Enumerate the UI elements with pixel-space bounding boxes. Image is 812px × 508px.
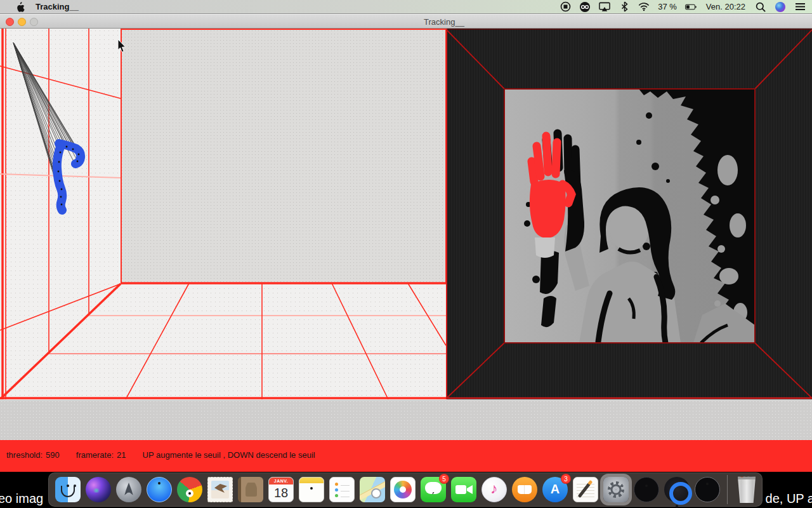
status-bar: threshold:590framerate:21UP augmente le … [0, 440, 812, 472]
minimize-button[interactable] [18, 18, 26, 26]
dock-item-contacts[interactable] [238, 477, 263, 502]
threshold-value: 590 [46, 450, 60, 460]
dock-item-finder[interactable] [55, 477, 81, 502]
desktop: Tracking__ 37 % Ven. 20:22 [0, 0, 812, 508]
dock-item-reminders[interactable] [329, 477, 355, 502]
app-store-badge: 3 [561, 474, 571, 484]
grid-back-wall [121, 29, 446, 283]
dock-item-trash[interactable] [735, 476, 759, 503]
console-text-right: de, UP a [766, 491, 812, 506]
dock-item-siri[interactable] [86, 477, 111, 502]
apple-menu-icon[interactable] [14, 1, 25, 13]
framerate-label: framerate: [76, 450, 114, 460]
dock-item-system-preferences[interactable] [603, 477, 629, 502]
battery-icon[interactable] [685, 1, 697, 13]
threshold-label: threshold: [6, 450, 43, 460]
dock-item-quicktime[interactable] [664, 477, 690, 502]
dock-item-messages[interactable]: 5 [421, 477, 446, 502]
dock-item-chrome[interactable] [177, 477, 202, 502]
dock-item-books[interactable] [512, 477, 537, 502]
console-text-left: eo imag [0, 491, 43, 506]
zoom-button[interactable] [30, 18, 38, 26]
menu-bar: Tracking__ 37 % Ven. 20:22 [0, 0, 812, 14]
menu-clock[interactable]: Ven. 20:22 [706, 2, 745, 11]
window-bottom-strip [0, 399, 812, 440]
window-title: Tracking__ [424, 17, 464, 27]
battery-percent: 37 % [658, 2, 677, 11]
dock: JANV. 18 5 3 [48, 472, 763, 507]
wifi-icon[interactable] [638, 1, 650, 13]
notification-list-icon[interactable] [794, 1, 806, 13]
dock-item-mail[interactable] [207, 477, 233, 502]
dock-item-pages[interactable] [573, 477, 598, 502]
creative-cloud-icon[interactable] [579, 1, 591, 13]
framerate-value: 21 [117, 450, 126, 460]
spotlight-search-icon[interactable] [755, 1, 766, 13]
depth-image-content [504, 89, 755, 343]
depth-camera-image [504, 89, 755, 343]
dock-item-itunes[interactable] [481, 477, 507, 502]
dock-item-launchpad[interactable] [116, 477, 141, 502]
siri-icon[interactable] [775, 1, 786, 13]
dock-item-photos[interactable] [390, 477, 416, 502]
dock-separator [727, 475, 728, 504]
calendar-month: JANV. [269, 478, 293, 485]
status-help-text: UP augmente le seuil , DOWN descend le s… [143, 450, 315, 460]
dock-item-maps[interactable] [360, 477, 385, 502]
skeleton-3d-view[interactable] [0, 29, 446, 399]
airplay-display-icon[interactable] [599, 1, 610, 13]
active-app-name[interactable]: Tracking__ [36, 2, 79, 11]
dock-item-processing[interactable] [634, 477, 659, 502]
tracking-canvas [0, 29, 812, 399]
close-button[interactable] [6, 18, 14, 26]
messages-badge: 5 [439, 474, 449, 484]
dock-item-calendar[interactable]: JANV. 18 [268, 477, 294, 502]
dock-item-media-player[interactable] [695, 477, 720, 502]
depth-3d-view[interactable] [446, 29, 812, 399]
dock-item-notes[interactable] [299, 477, 324, 502]
dock-item-safari[interactable] [147, 477, 172, 502]
dock-item-app-store[interactable]: 3 [542, 477, 568, 502]
dock-item-facetime[interactable] [451, 477, 476, 502]
calendar-day: 18 [269, 485, 293, 502]
window-title-bar[interactable]: Tracking__ [0, 14, 812, 29]
screen-record-icon[interactable] [560, 1, 571, 13]
bluetooth-icon[interactable] [619, 1, 630, 13]
